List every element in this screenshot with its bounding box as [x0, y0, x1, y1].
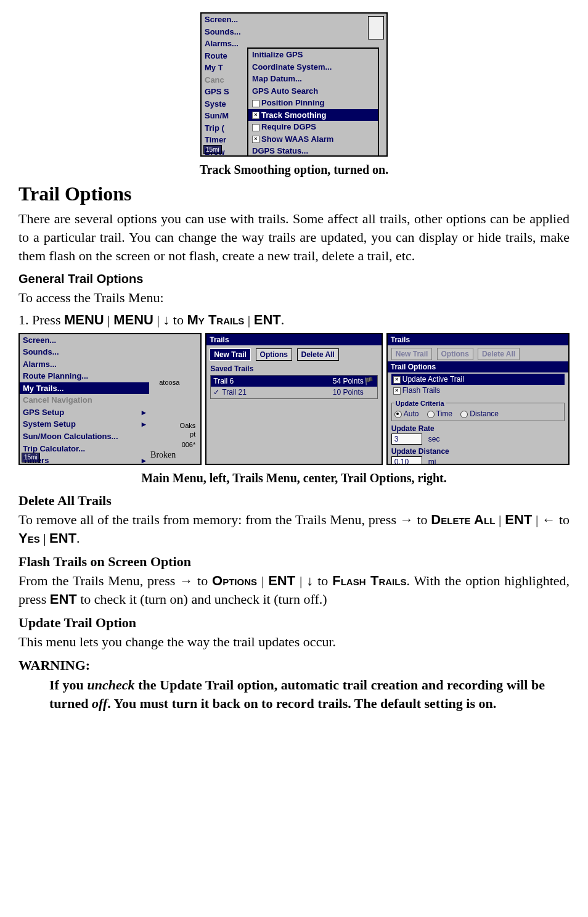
- access-line: To access the Trails Menu:: [18, 289, 570, 307]
- popup-label: Track Smoothing: [261, 110, 326, 120]
- popup-item-check[interactable]: Require DGPS: [248, 121, 378, 133]
- menu-item[interactable]: Sounds...: [202, 26, 246, 38]
- step-1: 1. Press MENU | MENU | ↓ to My Trails | …: [18, 311, 570, 329]
- saved-trails-heading: Saved Trails: [206, 364, 381, 374]
- trails-menu-screenshot: Trails New Trail Options Delete All Save…: [205, 333, 382, 465]
- menu-item[interactable]: Syste: [202, 98, 246, 110]
- screenshots-row: Screen... Sounds... Alarms... Route Plan…: [18, 333, 570, 465]
- hidden-button: New Trail: [391, 348, 433, 360]
- cursor-icon: [368, 16, 384, 39]
- caption-row: Main Menu, left, Trails Menu, center, Tr…: [18, 470, 570, 487]
- new-trail-button[interactable]: New Trail: [210, 348, 251, 361]
- popup-label: Position Pinning: [261, 98, 325, 107]
- radio-time[interactable]: Time: [427, 409, 452, 418]
- hidden-button: Delete All: [478, 348, 520, 360]
- flash-trails-checkbox[interactable]: Flash Trails: [391, 385, 565, 396]
- heading-warning: WARNING:: [18, 656, 570, 675]
- trail-row[interactable]: ✓ Trail 21 10 Points: [211, 387, 377, 398]
- popup-item[interactable]: GPS Auto Search: [248, 85, 378, 97]
- window-title: Trails: [388, 334, 568, 345]
- popup-label: Require DGPS: [261, 122, 316, 131]
- gps-setup-popup: Initialize GPS Coordinate System... Map …: [247, 47, 379, 157]
- menu-item[interactable]: Screen...: [20, 334, 149, 347]
- menu-item[interactable]: Route Planning...: [20, 370, 149, 382]
- options-button[interactable]: Options: [256, 348, 292, 361]
- flag-icon: 🏴: [364, 376, 375, 386]
- update-rate-field[interactable]: 3: [391, 434, 422, 445]
- heading-general-trail-options: General Trail Options: [18, 271, 570, 287]
- trail-row-selected[interactable]: Trail 6 54 Points 🏴: [211, 376, 377, 387]
- menu-item[interactable]: Route: [202, 50, 246, 62]
- menu-item[interactable]: Sounds...: [20, 346, 149, 358]
- map-scale: 15mi: [203, 145, 222, 155]
- popup-item-check[interactable]: Show WAAS Alarm: [248, 133, 378, 146]
- menu-item-disabled: Cancel Navigation: [20, 394, 149, 406]
- menu-item[interactable]: Alarms...: [202, 38, 246, 50]
- flash-paragraph: From the Trails Menu, press → to Options…: [18, 572, 570, 608]
- main-menu-screenshot: Screen... Sounds... Alarms... Route Plan…: [18, 333, 202, 465]
- popup-item[interactable]: Initialize GPS: [248, 49, 378, 61]
- update-distance-label: Update Distance: [391, 446, 565, 456]
- map-scale: 15mi: [22, 453, 40, 463]
- popup-item[interactable]: Map Datum...: [248, 73, 378, 85]
- gps-setup-screenshot: Screen... Sounds... Alarms... Route My T…: [200, 12, 388, 157]
- menu-item[interactable]: Sun/Moon Calculations...: [20, 430, 149, 443]
- intro-paragraph: There are several options you can use wi…: [18, 210, 570, 265]
- heading-flash-trails: Flash Trails on Screen Option: [18, 553, 570, 571]
- menu-item[interactable]: My T: [202, 62, 246, 74]
- popup-item-track-smoothing[interactable]: Track Smoothing: [248, 109, 378, 121]
- popup-item-check[interactable]: Position Pinning: [248, 97, 378, 109]
- menu-item[interactable]: Sun/M: [202, 110, 246, 122]
- radio-distance[interactable]: Distance: [460, 409, 499, 418]
- panel-title: Trail Options: [388, 361, 568, 372]
- trail-options-screenshot: Trails New Trail Options Delete All Trai…: [386, 333, 570, 465]
- update-rate-label: Update Rate: [391, 424, 565, 434]
- popup-item[interactable]: Coordinate System...: [248, 61, 378, 73]
- menu-item[interactable]: GPS S: [202, 86, 246, 98]
- heading-update-trail: Update Trail Option: [18, 614, 570, 632]
- menu-item-my-trails[interactable]: My Trails...: [20, 382, 149, 395]
- update-distance-field[interactable]: 0.10: [391, 456, 422, 464]
- popup-item[interactable]: DGPS Status...: [248, 145, 378, 157]
- menu-item-disabled: Canc: [202, 74, 246, 86]
- hidden-button: Options: [437, 348, 473, 360]
- window-title: Trails: [206, 334, 381, 345]
- heading-trail-options: Trail Options: [18, 181, 570, 207]
- radio-auto[interactable]: Auto: [394, 409, 419, 418]
- update-criteria-label: Update Criteria: [394, 399, 446, 408]
- caption-track-smoothing: Track Smoothing option, turned on.: [18, 162, 570, 178]
- warning-paragraph: If you uncheck the Update Trail option, …: [49, 676, 545, 712]
- menu-item[interactable]: Screen...: [202, 14, 246, 26]
- delete-all-button[interactable]: Delete All: [297, 348, 339, 361]
- menu-item[interactable]: Trip (: [202, 122, 246, 134]
- menu-item[interactable]: System Setup▸: [20, 418, 149, 430]
- popup-label: Show WAAS Alarm: [261, 134, 333, 144]
- map-label-broken: Broken: [150, 450, 176, 461]
- update-paragraph: This menu lets you change the way the tr…: [18, 633, 570, 651]
- update-active-trail-checkbox[interactable]: Update Active Trail: [391, 374, 565, 385]
- menu-item[interactable]: GPS Setup▸: [20, 406, 149, 419]
- menu-item[interactable]: Alarms...: [20, 358, 149, 371]
- delete-paragraph: To remove all of the trails from memory:…: [18, 511, 570, 547]
- distance-unit: mi: [428, 458, 436, 464]
- heading-delete-all: Delete All Trails: [18, 491, 570, 510]
- rate-unit: sec: [428, 435, 440, 443]
